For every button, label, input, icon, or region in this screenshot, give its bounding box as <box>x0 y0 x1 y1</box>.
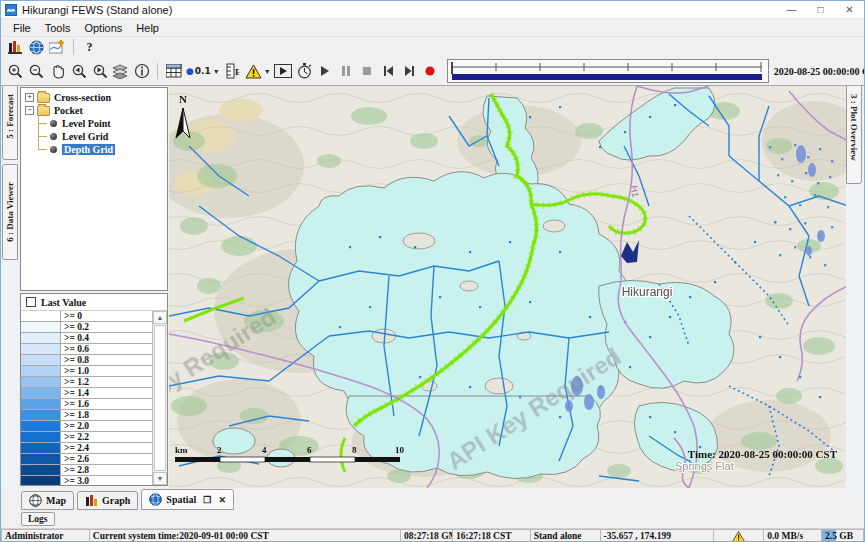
scale-ruler-button[interactable]: E <box>222 61 243 81</box>
close-button[interactable]: ✕ <box>835 1 864 18</box>
scroll-up-icon[interactable]: ▲ <box>153 311 167 324</box>
legend-row[interactable]: >= 1.8 <box>21 410 152 421</box>
menu-file[interactable]: File <box>6 21 38 35</box>
database-button[interactable] <box>5 37 26 57</box>
scale-tick-label: 8 <box>352 445 357 455</box>
legend-swatch <box>21 443 61 453</box>
tab-plot-overview[interactable]: 3 : Plot Overview <box>846 86 862 184</box>
maximize-icon: □ <box>817 4 823 15</box>
tab-spatial[interactable]: Spatial ❐ ✕ <box>141 489 234 510</box>
logs-button[interactable]: Logs <box>21 512 55 526</box>
tree-item-label: Pocket <box>54 105 83 116</box>
legend-label: >= 0.2 <box>61 322 152 332</box>
legend-row[interactable]: >= 0.8 <box>21 355 152 366</box>
pause-button[interactable] <box>336 61 357 81</box>
help-button[interactable]: ? <box>79 37 100 57</box>
legend-row[interactable]: >= 0.6 <box>21 344 152 355</box>
grid-display-button[interactable] <box>163 61 184 81</box>
app-icon <box>5 4 17 16</box>
tab-forecast[interactable]: 5 : Forecast <box>2 86 18 160</box>
tree-item-depth-grid[interactable]: Depth Grid <box>30 143 167 156</box>
spatial-display-button[interactable] <box>47 37 68 57</box>
warnings-dropdown[interactable]: ▼ <box>243 61 273 81</box>
area-label: Springs Flat <box>675 460 734 472</box>
pause-icon <box>340 65 352 77</box>
legend-row[interactable]: >= 2.6 <box>21 454 152 465</box>
legend-row[interactable]: >= 1.6 <box>21 399 152 410</box>
animation-button[interactable] <box>273 61 294 81</box>
skip-end-icon <box>403 65 416 77</box>
legend-row[interactable]: >= 2.2 <box>21 432 152 443</box>
tree-item-pocket[interactable]: − Pocket <box>21 104 167 117</box>
title-bar[interactable]: Hikurangi FEWS (Stand alone) — □ ✕ <box>1 1 864 19</box>
scale-unit: km <box>175 445 188 455</box>
legend-swatch <box>21 476 61 485</box>
tree-item-cross-section[interactable]: + Cross-section <box>21 91 167 104</box>
zoom-previous-button[interactable] <box>68 61 89 81</box>
legend-row[interactable]: >= 1.2 <box>21 377 152 388</box>
map-time-label: Time: 2020-08-25 00:00:00 CST <box>688 448 838 460</box>
play-button[interactable] <box>315 61 336 81</box>
legend-row[interactable]: >= 2.4 <box>21 443 152 454</box>
map-display-button[interactable] <box>26 37 47 57</box>
legend-row[interactable]: >= 2.0 <box>21 421 152 432</box>
maximize-button[interactable]: □ <box>806 1 835 18</box>
scroll-down-icon[interactable]: ▼ <box>153 472 167 485</box>
zoom-out-button[interactable] <box>26 61 47 81</box>
status-bar: Administrator Current system time:2020-0… <box>1 528 864 542</box>
contour-interval-dropdown[interactable]: ●0.1 ▼ <box>184 61 222 81</box>
bottom-tab-bar: Map Graph Spatial ❐ ✕ <box>1 488 864 510</box>
legend-swatch <box>21 421 61 431</box>
legend-row[interactable]: >= 1.0 <box>21 366 152 377</box>
tree-item-level-grid[interactable]: Level Grid <box>30 130 167 143</box>
left-panel: + Cross-section − Pocket Level Point <box>19 86 169 488</box>
map-canvas[interactable]: API Key Required API Key Required Hikura… <box>169 86 846 488</box>
record-button[interactable] <box>420 61 441 81</box>
scale-tick-label: 4 <box>262 445 267 455</box>
legend-scrollbar[interactable]: ▲ ▼ <box>153 311 167 485</box>
stop-button[interactable] <box>357 61 378 81</box>
play-icon <box>319 65 331 77</box>
legend-row[interactable]: >= 1.4 <box>21 388 152 399</box>
legend-row[interactable]: >= 3.0 <box>21 476 152 485</box>
zoom-in-button[interactable] <box>5 61 26 81</box>
scroll-thumb[interactable] <box>154 325 166 471</box>
menu-options[interactable]: Options <box>77 21 129 35</box>
tree-item-level-point[interactable]: Level Point <box>30 117 167 130</box>
expand-icon[interactable]: + <box>25 93 34 102</box>
grid-icon <box>166 64 182 78</box>
legend-label: >= 1.0 <box>61 366 152 376</box>
tab-map[interactable]: Map <box>21 491 74 510</box>
legend-label: >= 3.0 <box>61 476 152 485</box>
globe-icon <box>29 40 44 55</box>
status-gmt-time: 08:27:18 GMT <box>400 529 452 542</box>
tab-map-label: Map <box>46 495 66 506</box>
pan-button[interactable] <box>47 61 68 81</box>
status-local-time: 16:27:18 CST <box>452 529 530 542</box>
legend-row[interactable]: >= 2.8 <box>21 465 152 476</box>
first-step-button[interactable] <box>378 61 399 81</box>
time-slider[interactable] <box>447 59 769 83</box>
info-button[interactable] <box>131 61 152 81</box>
legend-label: >= 1.6 <box>61 399 152 409</box>
legend-row[interactable]: >= 0.4 <box>21 333 152 344</box>
time-settings-button[interactable] <box>294 61 315 81</box>
interval-value: 0.1 <box>195 66 211 76</box>
legend-swatch <box>21 377 61 387</box>
minimize-button[interactable]: — <box>777 1 806 18</box>
legend-row[interactable]: >= 0.2 <box>21 322 152 333</box>
tab-data-viewer[interactable]: 6 : Data Viewer <box>2 164 18 260</box>
menu-help[interactable]: Help <box>129 21 166 35</box>
collapse-icon[interactable]: − <box>25 106 34 115</box>
zoom-next-button[interactable] <box>89 61 110 81</box>
last-step-button[interactable] <box>399 61 420 81</box>
layers-button[interactable] <box>110 61 131 81</box>
menu-tools[interactable]: Tools <box>38 21 78 35</box>
last-value-checkbox[interactable] <box>26 297 36 307</box>
legend-row[interactable]: >= 0 <box>21 311 152 322</box>
interval-dot-icon: ● <box>186 66 194 76</box>
tab-close-icon[interactable]: ✕ <box>218 495 226 505</box>
tab-maximize-icon[interactable]: ❐ <box>203 495 211 505</box>
tab-graph[interactable]: Graph <box>77 491 138 510</box>
status-warning[interactable] <box>713 529 763 542</box>
